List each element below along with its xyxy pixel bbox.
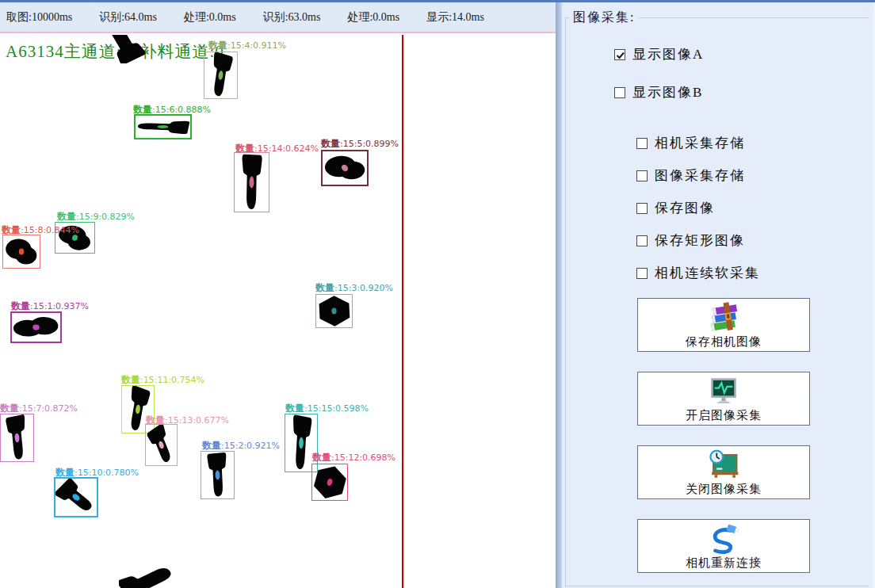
canvas-divider-line xyxy=(402,35,403,588)
checkbox-secondary-0[interactable]: 相机采集存储 xyxy=(636,134,745,152)
button-label: 相机重新连接 xyxy=(686,556,762,571)
detection-label-15:4: 数量:15:4:0.911% xyxy=(208,39,286,52)
checkbox-label: 显示图像B xyxy=(632,83,703,101)
checkbox-unchecked-icon[interactable] xyxy=(636,170,648,181)
button-label: 开启图像采集 xyxy=(686,408,762,423)
detection-label-15:5: 数量:15:5:0.899% xyxy=(321,137,399,151)
detection-label-15:2: 数量:15:2:0.921% xyxy=(202,439,280,452)
books-archive-icon xyxy=(707,301,740,334)
detection-label-15:12: 数量:15:12:0.698% xyxy=(312,451,395,464)
checkbox-secondary-2[interactable]: 保存图像 xyxy=(636,199,715,217)
detection-box-15:8 xyxy=(2,235,40,269)
checkbox-primary-0[interactable]: 显示图像A xyxy=(614,45,704,63)
checkbox-unchecked-icon[interactable] xyxy=(614,87,625,98)
detection-label-15:14: 数量:15:14:0.624% xyxy=(235,142,319,155)
detection-label-15:10: 数量:15:10:0.780% xyxy=(55,466,139,479)
detection-box-15:6 xyxy=(134,114,192,139)
groupbox-border xyxy=(565,586,869,586)
detection-label-15:8: 数量:15:8:0.844% xyxy=(2,223,79,237)
button-label: 保存相机图像 xyxy=(686,334,762,349)
button-label: 关闭图像采集 xyxy=(686,482,762,497)
detection-box-15:10 xyxy=(54,477,98,517)
detection-box-15:12 xyxy=(311,464,348,501)
stat-1: 识别:64.0ms xyxy=(99,10,157,25)
stat-4: 处理:0.0ms xyxy=(347,10,399,25)
detection-box-15:13 xyxy=(145,424,178,466)
detection-label-15:9: 数量:15:9:0.829% xyxy=(57,210,135,223)
detection-canvas: A63134主通道:43补料通道:0 数量:15:4:0.911%数量:15:6… xyxy=(0,35,556,588)
detection-box-15:5 xyxy=(321,150,369,186)
checkbox-primary-1[interactable]: 显示图像B xyxy=(614,83,703,101)
detection-box-15:1 xyxy=(10,311,62,343)
checkbox-label: 显示图像A xyxy=(632,45,704,63)
detection-label-15:3: 数量:15:3:0.920% xyxy=(315,281,393,295)
machine-vision-app: 取图:10000ms识别:64.0ms处理:0.0ms识别:63.0ms处理:0… xyxy=(0,0,875,588)
button-1[interactable]: 开启图像采集 xyxy=(637,372,810,426)
detection-label-15:11: 数量:15:11:0.754% xyxy=(121,373,204,387)
checkbox-unchecked-icon[interactable] xyxy=(636,268,648,279)
checkbox-label: 保存图像 xyxy=(655,199,715,217)
checkbox-unchecked-icon[interactable] xyxy=(636,235,648,246)
checkbox-checked-icon[interactable] xyxy=(614,49,625,60)
detection-box-15:4 xyxy=(204,52,238,99)
monitor-waveform-icon xyxy=(707,375,740,408)
stat-3: 识别:63.0ms xyxy=(263,10,321,25)
groupbox-header: 图像采集: xyxy=(565,10,869,26)
stray-part-1 xyxy=(119,559,176,588)
detection-box-15:7 xyxy=(0,414,34,462)
detection-label-15:15: 数量:15:15:0.598% xyxy=(285,402,369,415)
stat-0: 取图:10000ms xyxy=(6,10,72,25)
button-0[interactable]: 保存相机图像 xyxy=(637,298,810,352)
checkbox-label: 相机连续软采集 xyxy=(655,264,760,282)
detection-box-15:2 xyxy=(201,451,235,499)
detection-label-15:6: 数量:15:6:0.888% xyxy=(133,103,211,116)
button-2[interactable]: 关闭图像采集 xyxy=(637,445,810,499)
detection-box-15:3 xyxy=(315,294,353,328)
stat-2: 处理:0.0ms xyxy=(184,10,236,25)
checkbox-unchecked-icon[interactable] xyxy=(636,203,648,214)
checkbox-unchecked-icon[interactable] xyxy=(636,138,648,149)
checkbox-label: 图像采集存储 xyxy=(655,166,745,185)
stat-5: 显示:14.0ms xyxy=(426,10,484,25)
groupbox-border xyxy=(565,17,566,586)
checkbox-secondary-4[interactable]: 相机连续软采集 xyxy=(636,264,760,282)
checkbox-label: 保存矩形图像 xyxy=(655,231,745,250)
checkbox-secondary-3[interactable]: 保存矩形图像 xyxy=(636,231,745,250)
chalkboard-clock-icon xyxy=(707,449,740,482)
button-3[interactable]: 相机重新连接 xyxy=(637,519,810,573)
checkbox-secondary-1[interactable]: 图像采集存储 xyxy=(636,166,745,185)
cable-plug-icon xyxy=(707,522,740,556)
panel-splitter[interactable] xyxy=(556,2,562,588)
detection-box-15:14 xyxy=(234,152,269,212)
checkbox-label: 相机采集存储 xyxy=(655,134,745,152)
detection-label-15:7: 数量:15:7:0.872% xyxy=(0,402,78,415)
groupbox-title: 图像采集: xyxy=(570,10,638,26)
detection-label-15:13: 数量:15:13:0.677% xyxy=(146,414,229,427)
stray-part-0 xyxy=(100,35,147,63)
stats-bar: 取图:10000ms识别:64.0ms处理:0.0ms识别:63.0ms处理:0… xyxy=(0,2,556,33)
groupbox-border xyxy=(638,17,869,18)
detection-label-15:1: 数量:15:1:0.937% xyxy=(11,300,89,313)
image-acquisition-panel: 图像采集: 显示图像A显示图像B相机采集存储图像采集存储保存图像保存矩形图像相机… xyxy=(562,2,875,588)
